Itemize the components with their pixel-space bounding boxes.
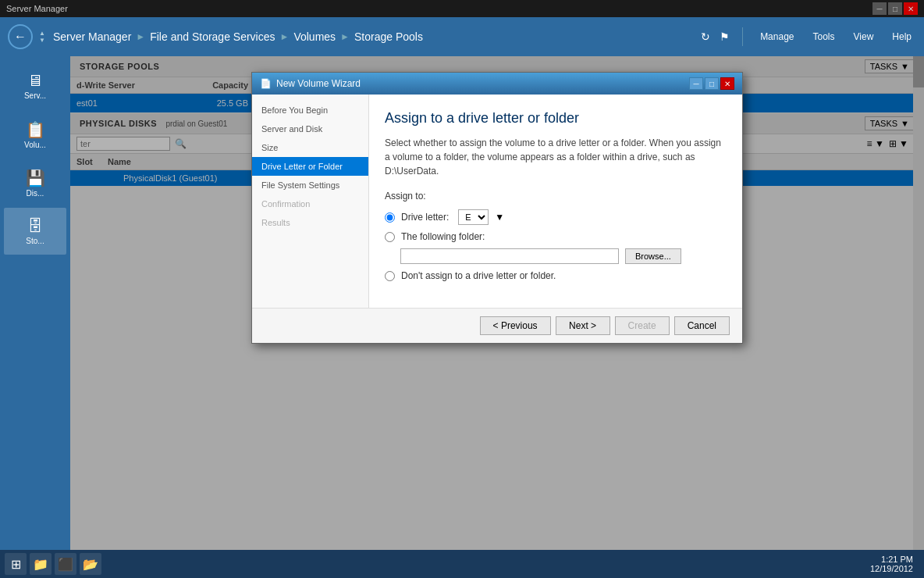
start-button[interactable]: ⊞ [5,553,27,575]
wizard-page-title: Assign to a drive letter or folder [385,110,727,127]
wizard-footer: < Previous Next > Create Cancel [252,308,742,343]
wizard-minimize-button[interactable]: ─ [689,77,703,90]
wizard-close-button[interactable]: ✕ [720,77,734,90]
next-button[interactable]: Next > [556,316,610,335]
nav-arrows: ▲ ▼ [39,30,45,44]
sep-icon-3: ► [340,31,350,42]
drive-letter-select[interactable]: E F G [458,209,489,225]
radio-no-assign-label[interactable]: Don't assign to a drive letter or folder… [401,270,556,281]
volumes-icon: 📋 [26,120,45,139]
sidebar-label-server: Serv... [24,91,46,100]
breadcrumb-storage-pools[interactable]: Storage Pools [354,30,423,43]
taskbar: ⊞ 📁 ⬛ 📂 1:21 PM 12/19/2012 [0,550,924,578]
assign-to-label: Assign to: [385,191,727,202]
wizard-title-icon: 📄 [260,78,272,89]
maximize-button[interactable]: □ [888,2,902,15]
view-menu[interactable]: View [849,28,879,45]
folder-input-row: Browse... [400,248,727,264]
sidebar-label-disks: Dis... [27,189,44,198]
dropdown-arrow-icon: ▼ [495,212,504,223]
sidebar-item-server[interactable]: 🖥 Serv... [4,62,66,109]
manage-menu[interactable]: Manage [755,28,798,45]
tools-menu[interactable]: Tools [808,28,840,45]
top-nav: ← ▲ ▼ Server Manager ► File and Storage … [0,17,924,56]
radio-drive-letter-label[interactable]: Drive letter: [401,212,449,223]
previous-button[interactable]: < Previous [480,316,551,335]
clock-date: 12/19/2012 [870,564,913,573]
wizard-nav-size[interactable]: Size [252,138,368,157]
wizard-title-bar-controls: ─ □ ✕ [689,77,734,90]
title-bar: Server Manager ─ □ ✕ [0,0,924,17]
wizard-title-text: New Volume Wizard [276,78,689,89]
clock-time: 1:21 PM [870,555,913,564]
wizard-nav-file-system[interactable]: File System Settings [252,176,368,194]
create-button[interactable]: Create [615,316,670,335]
radio-item-folder: The following folder: [385,231,727,242]
nav-up-icon[interactable]: ▲ [39,30,45,37]
radio-folder[interactable] [385,232,395,242]
browse-button[interactable]: Browse... [625,248,681,264]
wizard-nav: Before You Begin Server and Disk Size Dr… [252,95,369,308]
window-title: Server Manager [6,4,68,13]
wizard-content: Assign to a drive letter or folder Selec… [369,95,742,308]
title-bar-controls: ─ □ ✕ [872,2,918,15]
sidebar-label-volumes: Volu... [24,141,46,149]
wizard-description: Select whether to assign the volume to a… [385,136,727,178]
radio-drive-letter[interactable] [385,212,395,223]
wizard-body: Before You Begin Server and Disk Size Dr… [252,95,742,308]
breadcrumb-volumes[interactable]: Volumes [293,30,336,43]
folder-path-input[interactable] [400,248,619,264]
storage-icon: 🗄 [27,217,43,235]
refresh-icon[interactable]: ↻ [701,30,710,43]
minimize-button[interactable]: ─ [872,2,887,15]
radio-group: Drive letter: E F G ▼ [385,209,727,281]
wizard-maximize-button[interactable]: □ [705,77,719,90]
help-menu[interactable]: Help [887,28,916,45]
sep-icon-2: ► [280,31,290,42]
back-button[interactable]: ← [8,24,33,49]
close-button[interactable]: ✕ [904,2,918,15]
wizard-nav-drive-letter[interactable]: Drive Letter or Folder [252,157,368,176]
radio-item-drive-letter: Drive letter: E F G ▼ [385,209,727,225]
wizard-dialog: 📄 New Volume Wizard ─ □ ✕ Before You Beg… [251,72,743,344]
radio-no-assign[interactable] [385,271,395,281]
wizard-nav-server-disk[interactable]: Server and Disk [252,120,368,138]
wizard-title-bar: 📄 New Volume Wizard ─ □ ✕ [252,73,742,95]
content-area: STORAGE POOLS TASKS ▼ d-Write Server Cap… [70,56,924,550]
taskbar-file-explorer[interactable]: 📁 [30,553,52,575]
cancel-button[interactable]: Cancel [674,316,730,335]
sidebar-label-storage: Sto... [26,237,44,245]
divider [742,27,743,46]
taskbar-cmd[interactable]: ⬛ [55,553,76,575]
wizard-nav-before-you-begin[interactable]: Before You Begin [252,101,368,120]
radio-folder-label[interactable]: The following folder: [401,231,485,242]
modal-overlay: 📄 New Volume Wizard ─ □ ✕ Before You Beg… [70,56,924,550]
nav-right: ↻ ⚑ Manage Tools View Help [701,27,916,46]
radio-item-no-assign: Don't assign to a drive letter or folder… [385,270,727,281]
sep-icon-1: ► [136,31,145,42]
sidebar-item-volumes[interactable]: 📋 Volu... [4,111,66,158]
taskbar-clock: 1:21 PM 12/19/2012 [870,555,919,573]
main-area: 🖥 Serv... 📋 Volu... 💾 Dis... 🗄 Sto... ST… [0,56,924,550]
wizard-nav-confirmation: Confirmation [252,194,368,213]
disks-icon: 💾 [26,169,45,187]
server-icon: 🖥 [27,72,43,90]
sidebar-item-disks[interactable]: 💾 Dis... [4,159,66,206]
sidebar: 🖥 Serv... 📋 Volu... 💾 Dis... 🗄 Sto... [0,56,70,550]
sidebar-item-storage[interactable]: 🗄 Sto... [4,208,66,255]
nav-down-icon[interactable]: ▼ [39,37,45,44]
taskbar-folder[interactable]: 📂 [80,553,101,575]
notification-icon[interactable]: ⚑ [720,30,730,43]
breadcrumb: Server Manager ► File and Storage Servic… [53,30,701,43]
breadcrumb-file-storage[interactable]: File and Storage Services [150,30,275,43]
breadcrumb-server-manager[interactable]: Server Manager [53,30,131,43]
wizard-nav-results: Results [252,213,368,232]
